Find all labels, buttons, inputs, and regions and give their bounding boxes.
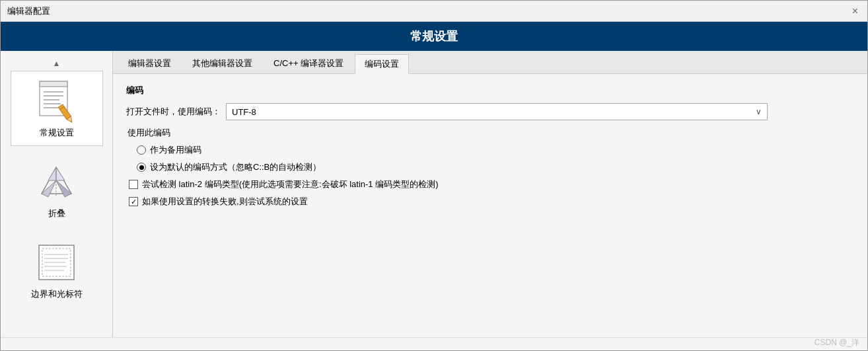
checkbox-fallback-label: 如果使用设置的转换失败,则尝试系统的设置 xyxy=(142,196,308,208)
svg-marker-14 xyxy=(56,167,65,180)
border-icon xyxy=(30,239,83,286)
sidebar-item-border-label: 边界和光标符 xyxy=(31,288,83,300)
general-settings-icon xyxy=(30,78,83,124)
checkbox-fallback-row: 如果使用设置的转换失败,则尝试系统的设置 xyxy=(129,196,854,208)
window-title: 编辑器配置 xyxy=(7,5,50,17)
title-bar: 编辑器配置 × xyxy=(1,1,867,22)
header-bar: 常规设置 xyxy=(1,22,867,51)
tab-other-editor-settings[interactable]: 其他编辑器设置 xyxy=(182,54,262,73)
right-panel: 编辑器设置 其他编辑器设置 C/C++ 编译器设置 编码设置 编码 打开文件时，… xyxy=(113,51,867,337)
radio-backup-label: 作为备用编码 xyxy=(150,144,201,156)
checkbox-latin2-label: 尝试检测 latin-2 编码类型(使用此选项需要注意:会破坏 latin-1 … xyxy=(142,178,439,190)
section-title: 编码 xyxy=(126,85,854,97)
radio-backup-row: 作为备用编码 xyxy=(137,144,854,156)
checkbox-fallback[interactable] xyxy=(129,197,138,206)
encoding-select[interactable]: UTF-8 ∨ xyxy=(226,103,768,120)
tab-editor-settings[interactable]: 编辑器设置 xyxy=(118,54,181,73)
main-window: 编辑器配置 × 常规设置 ▲ xyxy=(0,0,868,351)
tab-encoding-settings[interactable]: 编码设置 xyxy=(355,54,409,74)
checkbox-latin2[interactable] xyxy=(129,180,138,189)
sidebar-item-fold-label: 折叠 xyxy=(48,208,65,219)
use-encoding-label: 使用此编码 xyxy=(127,127,854,139)
sidebar-item-border[interactable]: 边界和光标符 xyxy=(11,232,103,307)
main-content: ▲ xyxy=(1,51,867,337)
radio-default[interactable] xyxy=(137,163,146,172)
close-button[interactable]: × xyxy=(850,6,861,17)
fold-icon xyxy=(30,159,83,205)
sidebar-item-fold[interactable]: 折叠 xyxy=(11,151,103,227)
sidebar-item-general[interactable]: 常规设置 xyxy=(11,71,103,146)
watermark-bottom: CSDN @_洋 xyxy=(814,337,859,348)
panel-body: 编码 打开文件时，使用编码： UTF-8 ∨ 使用此编码 作为备用编码 xyxy=(113,74,867,337)
tab-cpp-compiler-settings[interactable]: C/C++ 编译器设置 xyxy=(264,54,353,73)
header-title: 常规设置 xyxy=(410,28,458,44)
encoding-label: 打开文件时，使用编码： xyxy=(126,106,221,118)
encoding-value: UTF-8 xyxy=(232,107,256,117)
svg-marker-13 xyxy=(48,167,56,180)
svg-rect-1 xyxy=(40,81,67,87)
sidebar-item-general-label: 常规设置 xyxy=(40,127,74,139)
scroll-up-button[interactable]: ▲ xyxy=(1,56,112,71)
radio-default-row: 设为默认的编码方式（忽略C::B的自动检测） xyxy=(137,161,854,173)
encoding-row: 打开文件时，使用编码： UTF-8 ∨ xyxy=(126,103,854,120)
select-arrow-icon: ∨ xyxy=(756,107,762,116)
checkbox-latin2-row: 尝试检测 latin-2 编码类型(使用此选项需要注意:会破坏 latin-1 … xyxy=(129,178,854,190)
tabs-bar: 编辑器设置 其他编辑器设置 C/C++ 编译器设置 编码设置 xyxy=(113,51,867,74)
radio-backup[interactable] xyxy=(137,145,146,155)
radio-default-label: 设为默认的编码方式（忽略C::B的自动检测） xyxy=(150,161,321,173)
sidebar: ▲ xyxy=(1,51,113,337)
